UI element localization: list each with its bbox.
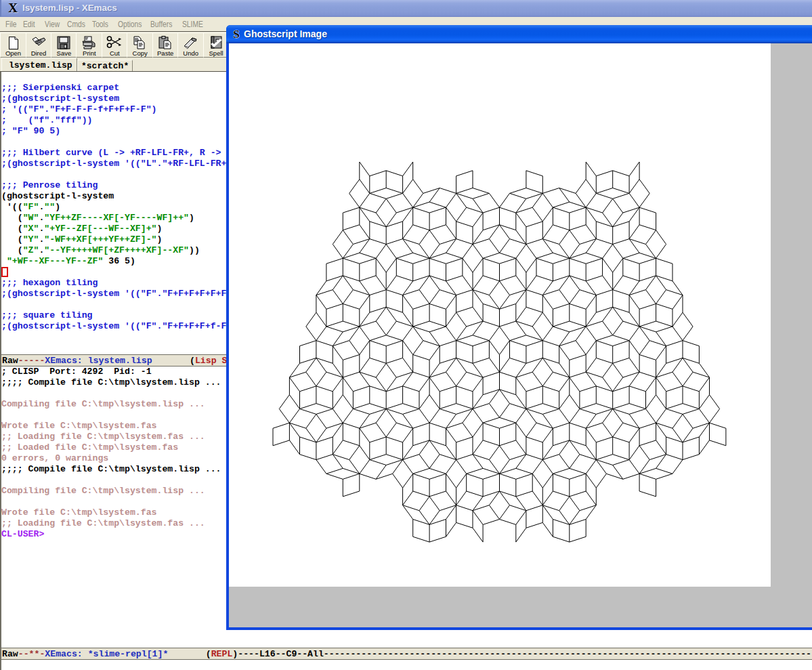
svg-text:S: S [233, 28, 239, 39]
